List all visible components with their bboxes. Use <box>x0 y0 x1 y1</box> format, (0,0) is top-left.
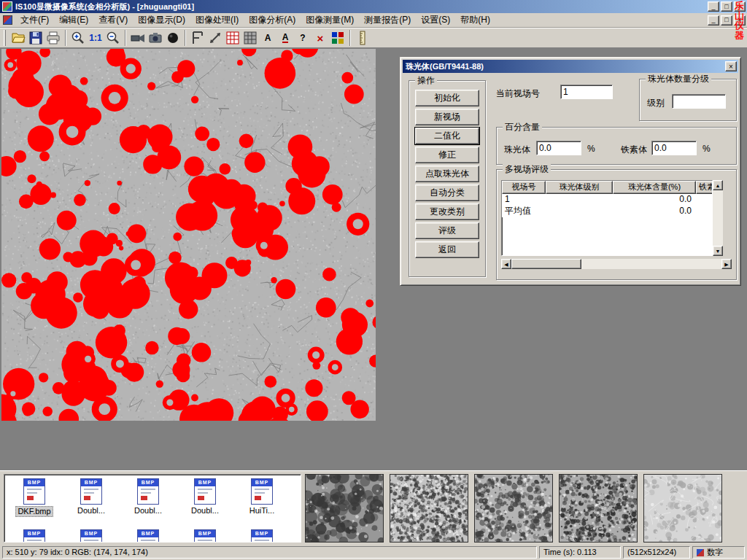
dark-grid-icon[interactable] <box>241 29 259 47</box>
menu-item-settings[interactable]: 设置(S) <box>416 12 455 28</box>
thumbnail-1[interactable] <box>305 474 384 542</box>
thumbnail-3[interactable] <box>474 474 553 542</box>
menu-item-file[interactable]: 文件(F) <box>15 12 54 28</box>
horizontal-scrollbar[interactable]: ◀ ▶ <box>501 259 732 269</box>
current-field-input[interactable] <box>560 85 613 99</box>
file-item[interactable]: BMP <box>177 527 233 542</box>
delete-icon[interactable]: × <box>311 29 329 47</box>
file-item[interactable]: BMP <box>120 527 177 542</box>
text-icon[interactable]: A <box>259 29 276 47</box>
menu-item-help[interactable]: 帮助(H) <box>455 12 495 28</box>
scroll-thumb[interactable] <box>511 259 581 269</box>
minimize-button[interactable]: _ <box>708 1 719 12</box>
palette-icon[interactable] <box>329 29 347 47</box>
zoom-in-icon[interactable] <box>69 29 87 47</box>
return-button[interactable]: 返回 <box>415 241 479 258</box>
level-input[interactable] <box>672 94 726 109</box>
video-icon[interactable] <box>129 29 147 47</box>
table-column-header-1[interactable]: 珠光体级别 <box>546 181 613 194</box>
toolbar-separator <box>349 30 351 46</box>
thumbnail-4[interactable] <box>559 474 638 542</box>
file-item[interactable]: BMP <box>233 527 290 542</box>
table-cell <box>696 194 713 206</box>
scroll-up-icon[interactable]: ▲ <box>713 180 723 190</box>
dialog-title-bar[interactable]: 珠光体(GB/T9441-88) × <box>403 60 738 73</box>
multi-field-group: 多视场评级 视场号珠光体级别珠光体含量(%)铁素体含量(%) 10.0平均值0.… <box>496 169 737 280</box>
mdi-minimize-button[interactable]: _ <box>708 15 719 26</box>
dialog-close-button[interactable]: × <box>725 61 737 71</box>
correct-button[interactable]: 修正 <box>415 147 479 163</box>
red-grid-icon[interactable] <box>224 29 241 47</box>
status-mode: 数字 <box>692 546 745 559</box>
table-cell: 平均值 <box>502 206 546 217</box>
file-item[interactable]: BMP <box>6 527 63 542</box>
table-row[interactable]: 10.0 <box>502 194 712 206</box>
vertical-scrollbar[interactable]: ▲ ▼ <box>713 180 723 256</box>
actual-size-icon[interactable]: 1:1 <box>87 29 104 47</box>
metallographic-image[interactable] <box>1 49 376 421</box>
menu-item-image-measure[interactable]: 图像测量(M) <box>301 12 359 28</box>
table-cell: 0.0 <box>613 194 696 206</box>
dialog-title: 珠光体(GB/T9441-88) <box>406 61 725 72</box>
toolbar-grip[interactable] <box>4 30 6 46</box>
measure-icon[interactable] <box>206 29 224 47</box>
ferrite-value-input[interactable] <box>651 141 697 155</box>
mdi-child-icon[interactable] <box>3 15 12 25</box>
table-row[interactable]: 平均值0.0 <box>502 206 712 217</box>
file-list[interactable]: BMPDKF.bmpBMPDoubl...BMPDoubl...BMPDoubl… <box>4 474 301 542</box>
thumbnail-5[interactable] <box>643 474 722 542</box>
print-icon[interactable] <box>44 29 62 47</box>
rate-button[interactable]: 评级 <box>415 222 479 239</box>
thumbnail-2[interactable] <box>390 474 468 542</box>
ruler-icon[interactable] <box>354 29 371 47</box>
mdi-restore-button[interactable]: □ <box>721 15 732 26</box>
table-column-header-3[interactable]: 铁素体含量(%) <box>696 181 713 194</box>
title-bar[interactable]: IS100显微摄像系统(金相分析版) - [zhuguangti01] _ □ … <box>0 0 747 13</box>
bmp-file-icon: BMP <box>194 478 216 505</box>
pearlite-value-input[interactable] <box>536 141 581 155</box>
level-label: 级别 <box>647 97 665 109</box>
toolbar-icons: 1:1AA?× <box>9 29 371 47</box>
capture-icon[interactable] <box>164 29 182 47</box>
restore-button[interactable]: □ <box>721 1 732 12</box>
vertical-scroll-track[interactable] <box>713 190 723 246</box>
new-field-button[interactable]: 新视场 <box>415 109 479 125</box>
menu-item-image-processing[interactable]: 图像处理(I) <box>190 12 244 28</box>
file-item[interactable]: BMPDoubl... <box>120 476 177 527</box>
file-item[interactable]: BMP <box>63 527 120 542</box>
menu-item-edit[interactable]: 编辑(E) <box>54 12 93 28</box>
app-icon[interactable] <box>2 1 12 12</box>
bmp-file-icon: BMP <box>23 529 45 542</box>
table-cell <box>546 206 613 217</box>
zoom-out-icon[interactable] <box>104 29 122 47</box>
pick-pearlite-button[interactable]: 点取珠光体 <box>415 166 479 182</box>
menu-item-report[interactable]: 测量报告(P) <box>359 12 416 28</box>
menu-item-image-analysis[interactable]: 图像分析(A) <box>244 12 301 28</box>
change-class-button[interactable]: 更改类别 <box>415 203 479 220</box>
status-coordinates: x: 510 y: 79 idx: 0 RGB: (174, 174, 174) <box>2 546 537 559</box>
horizontal-scroll-track[interactable] <box>511 259 721 269</box>
status-mode-label: 数字 <box>707 547 723 558</box>
file-item[interactable]: BMPDoubl... <box>63 476 120 527</box>
table-column-header-2[interactable]: 珠光体含量(%) <box>613 181 696 194</box>
menu-item-view[interactable]: 查看(V) <box>93 12 133 28</box>
scroll-left-icon[interactable]: ◀ <box>501 259 511 269</box>
annotate-icon[interactable]: A <box>276 29 294 47</box>
scroll-right-icon[interactable]: ▶ <box>721 259 732 269</box>
initialize-button[interactable]: 初始化 <box>415 90 479 106</box>
menu-item-image-display[interactable]: 图像显示(D) <box>133 12 190 28</box>
scroll-down-icon[interactable]: ▼ <box>713 246 723 256</box>
camera-icon[interactable] <box>147 29 164 47</box>
save-icon[interactable] <box>27 29 44 47</box>
pearlite-unit: % <box>587 144 595 154</box>
binarize-button[interactable]: 二值化 <box>415 128 479 144</box>
auto-classify-button[interactable]: 自动分类 <box>415 184 479 201</box>
table-column-header-0[interactable]: 视场号 <box>502 181 546 194</box>
file-item[interactable]: BMPHuiTi... <box>233 476 290 527</box>
open-icon[interactable] <box>9 29 27 47</box>
file-item[interactable]: BMPDKF.bmp <box>6 476 63 527</box>
file-item[interactable]: BMPDoubl... <box>177 476 233 527</box>
operation-buttons: 初始化新视场二值化修正点取珠光体自动分类更改类别评级返回 <box>409 90 485 258</box>
help-icon[interactable]: ? <box>294 29 311 47</box>
caliper-icon[interactable] <box>189 29 206 47</box>
